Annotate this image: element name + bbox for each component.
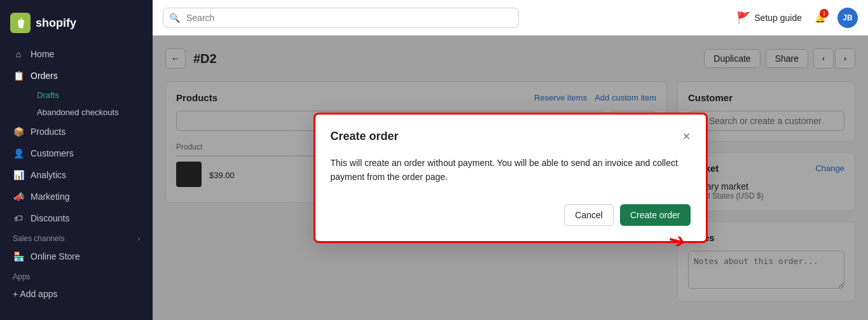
red-arrow-indicator: ➔ — [665, 227, 688, 255]
sidebar-item-analytics-label: Analytics — [31, 170, 66, 180]
orders-icon: 📋 — [13, 70, 24, 81]
add-apps-label: + Add apps — [13, 289, 57, 299]
sidebar-item-add-apps[interactable]: + Add apps — [5, 284, 148, 304]
home-icon: ⌂ — [13, 48, 24, 60]
setup-guide-label: Setup guide — [754, 13, 802, 23]
cancel-button[interactable]: Cancel — [564, 204, 614, 226]
user-avatar[interactable]: JB — [837, 8, 858, 28]
sidebar: shopify ⌂ Home 📋 Orders Drafts Abandoned… — [0, 0, 153, 320]
create-order-button[interactable]: Create order — [620, 204, 691, 226]
sidebar-item-online-store-label: Online Store — [31, 251, 80, 261]
page-content: ← #D2 Duplicate Share ‹ › — [153, 36, 868, 320]
sidebar-item-orders-label: Orders — [31, 71, 58, 81]
sidebar-item-online-store[interactable]: 🏪 Online Store — [5, 246, 148, 267]
sales-channels-section: Sales channels › — [5, 229, 148, 246]
logo-icon — [10, 13, 31, 33]
search-input[interactable] — [163, 8, 519, 28]
customers-icon: 👤 — [13, 148, 24, 159]
sidebar-item-products[interactable]: 📦 Products — [5, 121, 148, 143]
modal-footer: Cancel Create order — [331, 204, 691, 226]
topbar-right: 🚩 Setup guide 🔔 1 JB — [736, 8, 858, 28]
analytics-icon: 📊 — [13, 169, 24, 181]
notifications-button[interactable]: 🔔 1 — [809, 8, 830, 28]
global-search[interactable]: 🔍 — [163, 8, 519, 28]
sidebar-item-marketing[interactable]: 📣 Marketing — [5, 186, 148, 207]
sales-channels-chevron: › — [138, 235, 140, 242]
modal-overlay: Create order × This will create an order… — [153, 36, 868, 320]
discounts-icon: 🏷 — [13, 212, 24, 224]
online-store-icon: 🏪 — [13, 251, 24, 262]
sidebar-item-marketing-label: Marketing — [31, 191, 69, 202]
sidebar-item-orders[interactable]: 📋 Orders — [5, 65, 148, 87]
modal-body: This will create an order without paymen… — [331, 156, 691, 184]
sidebar-item-home[interactable]: ⌂ Home — [5, 43, 148, 65]
marketing-icon: 📣 — [13, 191, 24, 202]
sidebar-item-customers[interactable]: 👤 Customers — [5, 143, 148, 164]
modal-close-button[interactable]: × — [683, 130, 691, 143]
sidebar-item-home-label: Home — [31, 49, 54, 59]
sidebar-item-abandoned[interactable]: Abandoned checkouts — [29, 104, 148, 121]
avatar-initials: JB — [843, 13, 852, 22]
create-order-modal: Create order × This will create an order… — [313, 113, 708, 244]
sidebar-item-drafts[interactable]: Drafts — [29, 87, 148, 104]
apps-label: Apps — [13, 272, 30, 281]
sidebar-item-products-label: Products — [31, 127, 65, 137]
flag-icon: 🚩 — [736, 11, 750, 25]
sidebar-item-analytics[interactable]: 📊 Analytics — [5, 164, 148, 186]
modal-header: Create order × — [331, 130, 691, 143]
sidebar-nav: ⌂ Home 📋 Orders Drafts Abandoned checkou… — [0, 41, 153, 315]
sidebar-item-customers-label: Customers — [31, 148, 74, 158]
apps-section-label: Apps — [5, 267, 148, 284]
products-icon: 📦 — [13, 126, 24, 137]
sales-channels-label: Sales channels — [13, 234, 64, 243]
notification-badge: 1 — [820, 9, 829, 18]
setup-guide-btn[interactable]: 🚩 Setup guide — [736, 11, 802, 25]
search-icon: 🔍 — [169, 13, 180, 23]
sidebar-item-drafts-label: Drafts — [37, 90, 59, 100]
sidebar-item-discounts-label: Discounts — [31, 213, 69, 223]
modal-title: Create order — [331, 130, 399, 143]
main-content: 🔍 🚩 Setup guide 🔔 1 JB — [153, 0, 868, 320]
topbar: 🔍 🚩 Setup guide 🔔 1 JB — [153, 0, 868, 36]
brand-name: shopify — [36, 17, 76, 30]
orders-submenu: Drafts Abandoned checkouts — [5, 87, 148, 121]
sidebar-item-abandoned-label: Abandoned checkouts — [37, 108, 119, 117]
brand-logo[interactable]: shopify — [0, 5, 153, 41]
sidebar-item-discounts[interactable]: 🏷 Discounts — [5, 207, 148, 229]
